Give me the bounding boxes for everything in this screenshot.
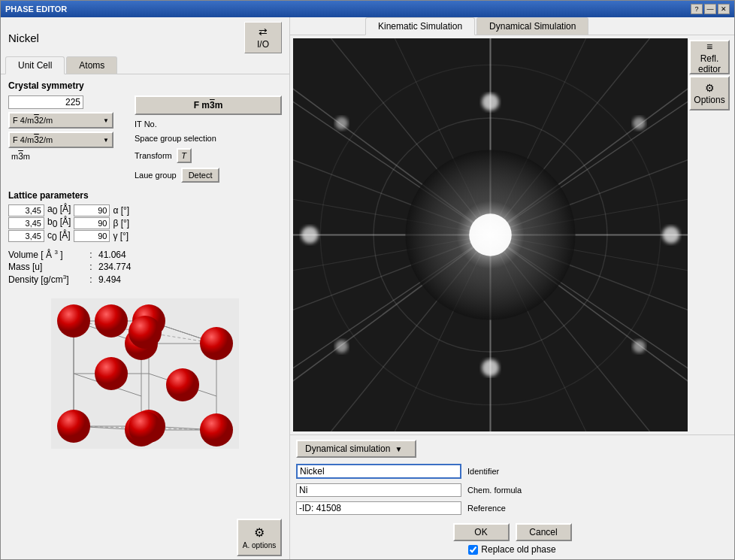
density-value: 9.494 [98,274,121,285]
symmetry-area: F 4/m32/m ▼ F 4/m32/m ▼ m3m [8,95,282,183]
options-button[interactable]: ⚙ Options [689,76,730,110]
titlebar: PHASE EDITOR ? — ✕ [1,1,734,17]
minimize-button[interactable]: — [704,4,716,14]
io-icon: ⇄ [259,26,268,38]
a-options-button[interactable]: ⚙ A. options [237,519,282,556]
close-button[interactable]: ✕ [718,4,730,14]
spacegroup-dropdown-1[interactable]: F 4/m32/m ▼ [8,112,113,129]
dropdown-row: Dynamical simulation ▼ [296,440,728,458]
svg-point-52 [662,226,679,244]
phase-name: Nickel [8,32,39,44]
tab-dynamical[interactable]: Dynamical Simulation [476,17,588,35]
symmetry-right: F m3m IT No. Space group selection Trans… [135,95,282,183]
atom-corner-tl-back [57,304,90,338]
io-button[interactable]: ⇄ I/O [244,22,282,53]
left-body: Crystal symmetry F 4/m32/m ▼ [1,74,289,516]
options-icon: ⚙ [705,82,715,94]
lattice-c-input[interactable] [8,230,44,242]
laue-group-label: Laue group [135,171,177,180]
it-no-row: IT No. [135,120,282,129]
help-button[interactable]: ? [691,4,703,14]
main-content: Nickel ⇄ I/O Unit Cell Atoms Crystal sym… [1,17,734,559]
svg-point-50 [482,359,499,377]
transform-label: Transform [135,151,172,160]
it-no-label: IT No. [135,120,157,129]
lattice-row-b: b0 [Å] β [°] [8,216,132,229]
atom-face-top [129,316,162,349]
replace-phase-checkbox-row: Replace old phase [468,544,555,555]
diffraction-pattern-svg [293,38,688,431]
lattice-beta-input[interactable] [74,217,110,229]
laue-group-row: Laue group Detect [135,168,282,183]
atom-corner-bl-back [57,410,90,443]
left-panel: Nickel ⇄ I/O Unit Cell Atoms Crystal sym… [1,17,290,559]
dropdown2-value: F 4/m32/m [13,135,53,145]
lattice-table: a0 [Å] α [°] b0 [Å] β [°] c0 [Å] [8,204,132,243]
lattice-row-c: c0 [Å] γ [°] [8,230,132,243]
reference-input[interactable] [296,501,461,515]
lattice-a-input[interactable] [8,204,44,216]
tab-kinematic[interactable]: Kinematic Simulation [365,17,475,35]
mass-label: Mass [u] [8,262,83,272]
simulation-dropdown[interactable]: Dynamical simulation ▼ [296,440,416,458]
crystal-structure-svg [51,298,239,449]
transform-row: Transform T [135,148,282,163]
lattice-section: Lattice parameters a0 [Å] α [°] b0 [Å] [8,190,282,243]
cancel-button[interactable]: Cancel [516,523,572,541]
left-tabs: Unit Cell Atoms [1,56,289,74]
it-number-input[interactable] [8,95,83,109]
lattice-params-title: Lattice parameters [8,190,282,201]
lattice-alpha-input[interactable] [74,204,110,216]
spacegroup-dropdown-2[interactable]: F 4/m32/m ▼ [8,132,113,148]
refl-editor-icon: ≡ [706,41,712,53]
right-panel: Kinematic Simulation Dynamical Simulatio… [290,17,734,559]
io-label: I/O [257,39,269,50]
chem-formula-input[interactable] [296,483,461,497]
atom-face-left [95,357,128,390]
mass-row: Mass [u] : 234.774 [8,262,282,272]
a-options-area: ⚙ A. options [1,516,289,559]
refl-editor-label: Refl. editor [691,53,728,74]
laue-value: m3m [11,152,30,161]
titlebar-controls: ? — ✕ [691,4,730,14]
identifier-input[interactable] [296,464,461,479]
ok-button[interactable]: OK [453,523,510,541]
svg-point-62 [469,213,512,256]
dropdown1-arrow: ▼ [103,117,109,124]
atom-corner-tr-front [200,327,233,360]
symmetry-left: F 4/m32/m ▼ F 4/m32/m ▼ m3m [8,95,129,162]
a-options-icon: ⚙ [254,525,265,540]
spacegroup-selection-row: Space group selection [135,133,282,144]
lattice-gamma-input[interactable] [74,230,110,242]
replace-phase-checkbox[interactable] [468,545,478,555]
chem-formula-label: Chem. formula [467,486,522,495]
crystal-view [8,291,282,456]
dropdown1-value: F 4/m32/m [13,115,53,126]
simulation-area: ≡ Refl. editor ⚙ Options [290,35,734,434]
checkbox-row: Replace old phase [296,544,728,555]
right-tabs: Kinematic Simulation Dynamical Simulatio… [290,17,734,35]
identifier-row: Identifier [296,464,728,479]
lattice-b-input[interactable] [8,217,44,229]
identifier-label: Identifier [467,467,499,476]
action-row: OK Cancel [296,523,728,541]
volume-row: Volume [ Å 3 ] : 41.064 [8,249,282,260]
volume-label: Volume [ Å 3 ] [8,249,83,260]
density-row: Density [g/cm3] : 9.494 [8,274,282,285]
detect-button[interactable]: Detect [181,168,220,183]
form-fields: Identifier Chem. formula Reference [296,464,728,517]
svg-point-54 [633,117,646,130]
dropdown-label: Dynamical simulation [305,443,390,454]
lattice-row-a: a0 [Å] α [°] [8,204,132,216]
dropdown-arrow-icon: ▼ [395,445,402,453]
transform-button[interactable]: T [177,148,192,163]
tab-atoms[interactable]: Atoms [66,56,117,74]
svg-point-56 [633,340,646,353]
chem-formula-row: Chem. formula [296,483,728,497]
simulation-side-buttons: ≡ Refl. editor ⚙ Options [688,38,731,431]
options-label: Options [694,95,724,105]
tab-unit-cell[interactable]: Unit Cell [5,56,65,74]
spacegroup-button[interactable]: F m3m [135,95,282,115]
refl-editor-button[interactable]: ≡ Refl. editor [689,40,730,74]
volume-value: 41.064 [98,250,126,260]
